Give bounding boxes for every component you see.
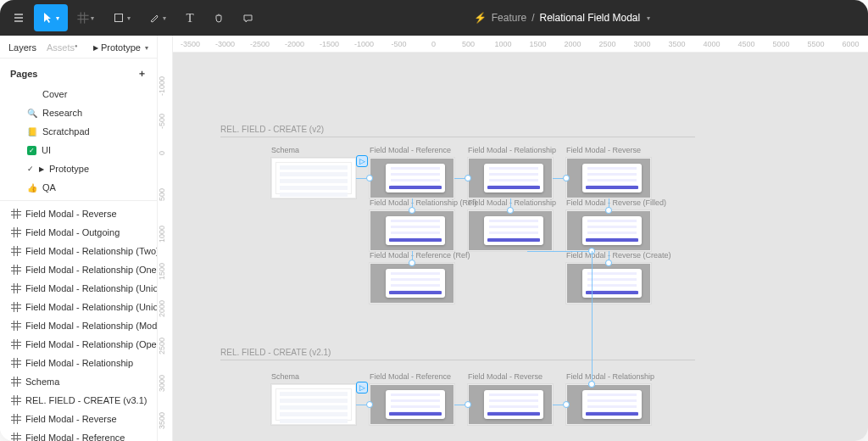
layer-item[interactable]: Field Modal - Relationship (Open) (0, 335, 157, 354)
layer-item[interactable]: Field Modal - Relationship (One) (0, 260, 157, 279)
layer-item[interactable]: Field Modal - Relationship (Union ... (0, 279, 157, 298)
layer-item[interactable]: Field Modal - Reverse (0, 410, 157, 428)
chevron-down-icon: ▾ (91, 14, 94, 22)
tab-prototype[interactable]: ▶Prototype ▾ (93, 42, 148, 53)
pages-header: Pages (10, 69, 37, 79)
layer-item[interactable]: Field Modal - Relationship (Model) (0, 316, 157, 335)
text-tool[interactable]: T (176, 4, 203, 31)
frame-label[interactable]: Field Modal - Reference (Ref) (370, 251, 470, 260)
frame-icon (12, 433, 20, 441)
ruler-vertical: -1000-5000500100015002000250030003500 (158, 36, 173, 441)
canvas-frame[interactable] (468, 210, 553, 251)
frame-icon (12, 359, 20, 367)
canvas-frame[interactable] (566, 158, 651, 198)
viewport[interactable]: REL. FIELD - CREATE (v2)REL. FIELD - CRE… (173, 53, 868, 441)
canvas[interactable]: -1000-5000500100015002000250030003500 -3… (158, 36, 868, 441)
frame-label[interactable]: Field Modal - Reference (370, 372, 451, 381)
frame-icon (12, 340, 20, 349)
frame-label[interactable]: Field Modal - Relationship (468, 146, 556, 154)
frame-icon (12, 228, 20, 237)
layer-item[interactable]: Field Modal - Outgoing (0, 223, 157, 242)
hand-tool[interactable] (205, 4, 232, 31)
canvas-frame[interactable] (370, 263, 454, 304)
canvas-frame[interactable] (370, 210, 454, 251)
frame-icon (12, 396, 20, 405)
chevron-down-icon: ▾ (56, 14, 59, 22)
pages-item[interactable]: Cover (0, 85, 157, 103)
flow-start-badge[interactable]: ▷ (356, 382, 368, 394)
frame-label[interactable]: Field Modal - Reverse (Filled) (566, 198, 666, 207)
frame-label[interactable]: Schema (271, 372, 299, 381)
canvas-frame[interactable] (566, 263, 651, 304)
ruler-horizontal: -3500-3000-2500-2000-1500-1000-500050010… (173, 36, 868, 53)
frame-icon (12, 321, 20, 330)
frame-icon (12, 415, 20, 423)
frame-label[interactable]: Field Modal - Relationship (Ref) (370, 198, 477, 207)
shape-tool[interactable]: ▾ (105, 4, 139, 31)
pages-item[interactable]: 👍QA (0, 178, 157, 197)
frame-icon (12, 377, 20, 386)
flow-start-badge[interactable]: ▷ (356, 155, 368, 167)
canvas-frame[interactable] (566, 210, 651, 251)
layer-item[interactable]: Field Modal - Relationship (Two) (0, 242, 157, 260)
frame-icon (12, 247, 20, 255)
pages-item[interactable]: ✓UI (0, 141, 157, 159)
breadcrumb-current[interactable]: Relational Field Modal (539, 12, 640, 24)
layer-item[interactable]: Field Modal - Relationship (0, 354, 157, 372)
breadcrumb-separator: / (531, 12, 534, 24)
svg-rect-0 (115, 14, 123, 22)
frame-label[interactable]: Field Modal - Relationship (468, 198, 556, 207)
canvas-frame[interactable] (468, 158, 553, 198)
canvas-frame[interactable] (370, 384, 454, 425)
pages-item[interactable]: ✓▶Prototype (0, 159, 157, 178)
tab-layers[interactable]: Layers (8, 42, 36, 53)
canvas-section-label: REL. FIELD - CREATE (v2.1) (220, 348, 331, 357)
pages-item[interactable]: 🔍Research (0, 103, 157, 122)
frame-icon (12, 209, 20, 218)
frame-label[interactable]: Field Modal - Reverse (468, 372, 542, 381)
canvas-frame[interactable] (271, 158, 356, 198)
frame-icon (12, 303, 20, 311)
left-panel: Layers Assets● ▶Prototype ▾ Pages ＋ Cove… (0, 36, 158, 441)
tab-assets[interactable]: Assets● (47, 42, 78, 53)
toolbar: ▾ ▾ ▾ ▾ T ⚡ Feature / Relational Field M… (0, 0, 868, 36)
breadcrumb-parent[interactable]: Feature (492, 12, 526, 24)
frame-icon (12, 265, 20, 274)
comment-tool[interactable] (234, 4, 261, 31)
frame-label[interactable]: Field Modal - Relationship (566, 372, 654, 381)
layer-item[interactable]: Field Modal - Reverse (0, 204, 157, 223)
canvas-frame[interactable] (566, 384, 651, 425)
chevron-down-icon: ▾ (145, 44, 148, 52)
canvas-frame[interactable] (468, 384, 553, 425)
canvas-frame[interactable] (370, 158, 454, 198)
canvas-section-label: REL. FIELD - CREATE (v2) (220, 125, 324, 134)
layer-item[interactable]: Field Modal - Relationship (Union ... (0, 298, 157, 316)
pen-tool[interactable]: ▾ (141, 4, 175, 31)
pages-item[interactable]: 📒Scratchpad (0, 122, 157, 141)
chevron-down-icon: ▾ (127, 14, 131, 22)
menu-button[interactable] (5, 4, 32, 31)
frame-label[interactable]: Field Modal - Reverse (566, 146, 641, 154)
frame-icon (12, 284, 20, 293)
layer-item[interactable]: Field Modal - Reference (0, 428, 157, 441)
move-tool[interactable]: ▾ (34, 4, 68, 31)
frame-tool[interactable]: ▾ (70, 4, 103, 31)
layer-item[interactable]: REL. FIELD - CREATE (v3.1) (0, 391, 157, 410)
add-page-button[interactable]: ＋ (137, 67, 147, 80)
chevron-down-icon: ▾ (163, 14, 166, 22)
layer-item[interactable]: Schema (0, 372, 157, 391)
chevron-down-icon[interactable]: ▾ (647, 14, 650, 22)
canvas-frame[interactable] (271, 384, 356, 425)
frame-label[interactable]: Field Modal - Reference (370, 146, 451, 154)
bolt-icon: ⚡ (474, 12, 487, 24)
frame-label[interactable]: Schema (271, 146, 299, 154)
frame-label[interactable]: Field Modal - Reverse (Create) (566, 251, 671, 260)
